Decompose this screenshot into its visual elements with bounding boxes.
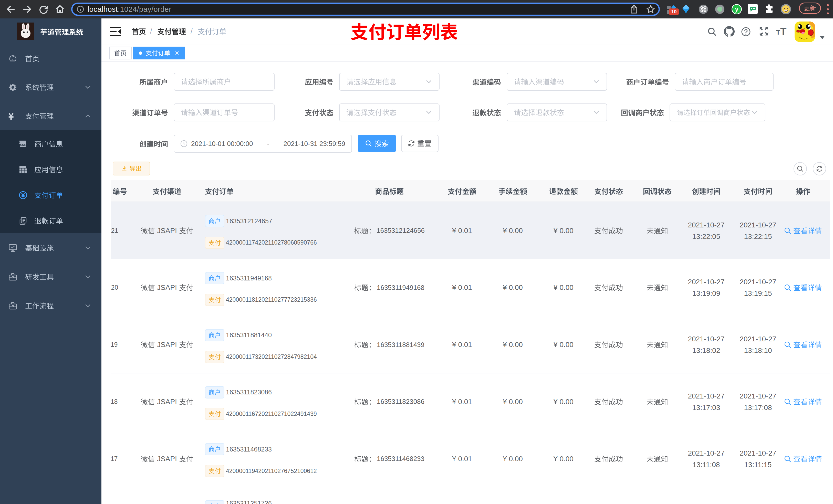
svg-text:y: y (735, 6, 738, 13)
